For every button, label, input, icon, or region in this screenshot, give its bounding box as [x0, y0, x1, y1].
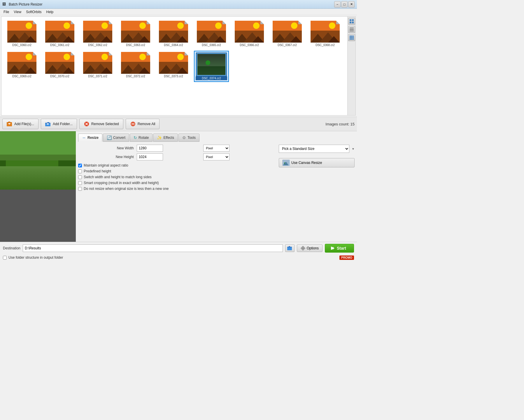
switch-sides-checkbox[interactable] [78, 175, 82, 179]
options-checkboxes: Maintain original aspect ratio Predefine… [78, 163, 267, 191]
settings-panel: ↔ Resize 🔄 Convert ↻ Rotate ✨ Effects ⚙ [76, 131, 357, 242]
add-folder-label: Add Folder... [53, 122, 73, 126]
image-thumb[interactable]: DSC_0368.cr2 [308, 20, 343, 48]
remove-selected-icon [84, 121, 90, 127]
width-unit-select[interactable]: Pixel Percent cm inch [203, 145, 229, 152]
preview-image [0, 131, 76, 190]
menu-view[interactable]: View [11, 9, 24, 15]
tab-effects[interactable]: ✨ Effects [153, 134, 178, 142]
no-upscale-label: Do not resize when original size is less… [84, 187, 169, 191]
tab-bar: ↔ Resize 🔄 Convert ↻ Rotate ✨ Effects ⚙ [78, 134, 355, 142]
maximize-button[interactable]: □ [341, 1, 348, 8]
image-thumb[interactable]: DSC_0373.cr2 [156, 51, 191, 82]
list-view-button[interactable] [348, 26, 355, 33]
height-unit-select[interactable]: Pixel Percent cm inch [203, 153, 229, 160]
resize-tab-icon: ↔ [82, 135, 86, 140]
tab-convert[interactable]: 🔄 Convert [103, 134, 129, 142]
svg-rect-44 [350, 22, 351, 23]
svg-rect-53 [351, 37, 352, 38]
remove-all-icon [130, 121, 136, 127]
svg-rect-87 [301, 248, 302, 249]
standard-size-select[interactable]: Pick a Standard Size 640x480 800x600 102… [279, 145, 349, 153]
svg-marker-82 [287, 246, 292, 247]
minimize-button[interactable]: − [334, 1, 341, 8]
image-thumb[interactable]: DSC_0369.cr2 [4, 51, 39, 82]
resize-tab-label: Resize [87, 136, 99, 140]
tools-tab-label: Tools [187, 136, 196, 140]
resize-settings: New Width Pixel Percent cm inch New Heig… [78, 145, 355, 191]
menu-file[interactable]: File [1, 9, 11, 15]
svg-rect-78 [283, 161, 289, 165]
canvas-resize-icon [283, 160, 290, 166]
options-button[interactable]: Options [297, 244, 323, 252]
add-folder-button[interactable]: Add Folder... [41, 119, 77, 129]
menu-help[interactable]: Help [44, 9, 56, 15]
smart-crop-checkbox[interactable] [78, 181, 82, 185]
close-button[interactable]: ✕ [348, 1, 355, 8]
image-thumb[interactable]: DSC_0372.cr2 [118, 51, 153, 82]
predefined-height-checkbox[interactable] [78, 169, 82, 173]
image-thumb[interactable]: DSC_0365.cr2 [194, 20, 229, 48]
destination-browse-button[interactable] [285, 244, 295, 252]
new-width-input[interactable] [137, 145, 163, 152]
svg-rect-42 [350, 19, 351, 21]
smart-crop-row[interactable]: Smart cropping (result in exact width an… [78, 181, 267, 185]
image-thumb[interactable]: DSC_0360.cr2 [4, 20, 39, 48]
grid-view-button[interactable] [348, 34, 355, 41]
maintain-aspect-checkbox[interactable] [78, 164, 82, 167]
destination-input[interactable] [23, 244, 283, 252]
settings-left-panel: New Width Pixel Percent cm inch New Heig… [78, 145, 267, 191]
image-thumb[interactable]: DSC_0370.cr2 [42, 51, 77, 82]
image-thumb[interactable]: DSC_0363.cr2 [118, 20, 153, 48]
svg-rect-56 [351, 38, 352, 40]
svg-rect-73 [0, 131, 76, 155]
svg-rect-76 [6, 160, 58, 184]
folder-structure-checkbox[interactable] [3, 256, 7, 260]
tab-tools[interactable]: ⚙ Tools [178, 134, 199, 142]
add-folder-icon [45, 121, 51, 127]
tab-rotate[interactable]: ↻ Rotate [130, 134, 153, 142]
remove-all-label: Remove All [138, 122, 155, 126]
images-count: Images count: 15 [325, 122, 355, 126]
promo-badge: PROMO [339, 256, 354, 260]
start-button[interactable]: Start [325, 244, 354, 253]
svg-rect-54 [353, 37, 354, 38]
app-title: Batch Picture Resizer [9, 2, 334, 6]
image-thumb[interactable]: DSC_0362.cr2 [80, 20, 115, 48]
predefined-height-row[interactable]: Predefined height [78, 169, 267, 173]
new-height-input[interactable] [137, 153, 163, 160]
maintain-aspect-row[interactable]: Maintain original aspect ratio [78, 163, 267, 167]
svg-rect-46 [350, 28, 354, 28]
image-thumb[interactable]: DSC_0361.cr2 [42, 20, 77, 48]
folder-structure-row[interactable]: Use folder structure in output folder [3, 256, 63, 260]
predefined-height-label: Predefined height [84, 169, 111, 173]
svg-rect-45 [352, 22, 354, 23]
rotate-tab-label: Rotate [139, 136, 149, 140]
large-icon-view-button[interactable] [348, 18, 355, 25]
svg-rect-43 [352, 19, 354, 21]
image-thumb[interactable]: DSC_0366.cr2 [232, 20, 267, 48]
add-files-button[interactable]: Add File(s)... [2, 119, 38, 129]
smart-crop-label: Smart cropping (result in exact width an… [84, 181, 159, 185]
lower-panel: ↔ Resize 🔄 Convert ↻ Rotate ✨ Effects ⚙ [0, 131, 357, 242]
image-grid-container: DSC_0360.cr2 DSC_0361.cr2 [1, 17, 347, 115]
image-thumb[interactable]: DSC_0364.cr2 [156, 20, 191, 48]
destination-bar: Destination Options Start [0, 242, 357, 254]
svg-point-83 [302, 247, 304, 249]
tab-resize[interactable]: ↔ Resize [78, 134, 102, 142]
canvas-resize-button[interactable]: Use Canvas Resize [279, 158, 355, 167]
no-upscale-checkbox[interactable] [78, 187, 82, 191]
switch-sides-row[interactable]: Switch width and height to match long si… [78, 175, 267, 179]
image-thumb[interactable]: DSC_0374.cr2 [194, 51, 229, 82]
remove-all-button[interactable]: Remove All [126, 119, 160, 129]
image-thumb[interactable]: DSC_0371.cr2 [80, 51, 115, 82]
image-thumb[interactable]: DSC_0367.cr2 [270, 20, 305, 48]
menu-softorbits[interactable]: SoftOrbits [24, 9, 44, 15]
svg-point-75 [0, 166, 47, 190]
svg-point-80 [284, 162, 286, 164]
new-height-label: New Height [78, 155, 134, 159]
convert-tab-icon: 🔄 [107, 135, 112, 140]
no-upscale-row[interactable]: Do not resize when original size is less… [78, 187, 267, 191]
remove-selected-button[interactable]: Remove Selected [79, 119, 123, 129]
options-label: Options [307, 246, 319, 250]
